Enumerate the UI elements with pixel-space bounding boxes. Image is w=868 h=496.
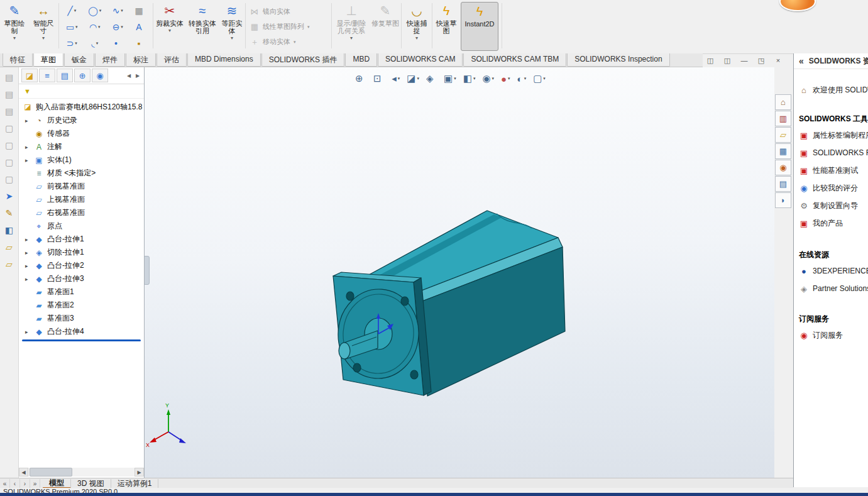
command-tab[interactable]: 焊件 <box>95 53 125 67</box>
view-toolbar-button[interactable]: ▢ ▾ <box>533 73 546 84</box>
tree-item[interactable]: ▸ ▱ 上视基准面 <box>19 193 144 206</box>
welcome-link[interactable]: ⌂ 欢迎使用 SOLIDWORKS <box>794 81 868 99</box>
tree-item[interactable]: ▸ ◆ 凸台-拉伸4 <box>19 325 144 338</box>
tree-item[interactable]: ▸ ▰ 基准面2 <box>19 299 144 312</box>
tree-item[interactable]: ▸ ▰ 基准面1 <box>19 285 144 299</box>
task-pane-link[interactable]: ◈ Partner Solutions <box>794 280 868 297</box>
command-tab[interactable]: 草图 <box>33 53 63 67</box>
command-tab[interactable]: 特征 <box>3 53 33 67</box>
sketch-entity-button[interactable]: ▦ ▾ <box>129 3 153 19</box>
left-toolbar-button[interactable]: ➤ <box>6 191 13 201</box>
tree-item[interactable]: ▸ ◆ 凸台-拉伸2 <box>19 259 144 272</box>
document-tab[interactable]: 3D 视图 <box>71 479 111 488</box>
task-pane-tab[interactable]: ▱ <box>775 127 791 143</box>
quick-snaps-button[interactable]: ◡ 快速捕捉 ▾ <box>404 2 430 51</box>
tree-item[interactable]: ▸ A 注解 <box>19 140 144 153</box>
view-toolbar-button[interactable]: ● ▾ <box>501 74 510 84</box>
command-tab[interactable]: SOLIDWORKS CAM TBM <box>463 53 566 67</box>
bolt-hole[interactable] <box>346 292 354 300</box>
tab-scroll-button[interactable]: › <box>20 479 30 488</box>
view-toolbar-button[interactable]: ⊕ ▾ <box>355 73 366 84</box>
tree-root-item[interactable]: ◪ 购入品雷赛电机86HS120轴15.8 <box>19 100 144 114</box>
bolt-hole[interactable] <box>410 370 418 379</box>
tree-item[interactable]: ▸ ◆ 凸台-拉伸3 <box>19 272 144 285</box>
rapid-sketch-button[interactable]: ϟ 快速草图 <box>434 2 458 51</box>
task-pane-link[interactable]: ▣ SOLIDWORKS Rx <box>794 144 868 162</box>
left-toolbar-button[interactable]: ▤ <box>5 89 13 99</box>
task-pane-link[interactable]: ⚙ 复制设置向导 <box>794 197 868 214</box>
left-toolbar-button[interactable]: ▱ <box>6 242 13 252</box>
expand-arrow-icon[interactable]: ▸ <box>25 118 31 124</box>
expand-arrow-icon[interactable]: ▸ <box>25 263 31 269</box>
expand-arrow-icon[interactable]: ▸ <box>25 329 31 335</box>
tree-item[interactable]: ▸ ⌖ 原点 <box>19 219 144 233</box>
display-delete-relations-button[interactable]: ⊥ 显示/删除几何关系 ▾ <box>334 2 369 51</box>
expand-arrow-icon[interactable]: ▸ <box>25 276 31 282</box>
command-tab[interactable]: SOLIDWORKS Inspection <box>567 53 669 67</box>
expand-arrow-icon[interactable]: ▸ <box>25 236 31 243</box>
view-toolbar-button[interactable]: ◧ ▾ <box>463 73 476 84</box>
task-pane-link[interactable]: ● 3DEXPERIENCE Marketplace <box>794 262 868 280</box>
task-pane-tab[interactable]: ◉ <box>775 160 791 175</box>
tab-scroll-button[interactable]: » <box>30 479 40 488</box>
task-pane-link[interactable]: ▣ 我的产品 <box>794 214 868 232</box>
document-tab[interactable]: 运动算例1 <box>111 479 159 488</box>
left-toolbar-button[interactable]: ▢ <box>5 140 13 150</box>
command-tab[interactable]: MBD <box>345 53 377 67</box>
sketch-entity-button[interactable]: ∿ ▾ <box>106 3 129 19</box>
tree-item[interactable]: ▸ ◈ 切除-拉伸1 <box>19 246 144 259</box>
task-pane-link[interactable]: ▣ 属性标签编制程序 <box>794 126 868 144</box>
left-toolbar-button[interactable]: ▤ <box>5 106 13 116</box>
panel-tab[interactable]: ≡ <box>39 69 55 82</box>
scrollbar-thumb[interactable] <box>30 468 72 477</box>
sketch-entity-button[interactable]: ◠ ▾ <box>84 19 107 35</box>
command-tab[interactable]: 评估 <box>157 53 187 67</box>
window-control-button[interactable]: × <box>772 55 784 65</box>
left-toolbar-button[interactable]: ◧ <box>5 225 13 235</box>
motor-model[interactable]: X Y <box>145 67 774 478</box>
window-control-button[interactable]: ◫ <box>704 55 717 65</box>
filter-icon[interactable]: ▼ <box>24 87 31 95</box>
left-toolbar-button[interactable]: ✎ <box>6 208 13 218</box>
task-pane-tab[interactable]: ▦ <box>775 143 791 159</box>
bolt-hole[interactable] <box>401 297 409 306</box>
window-control-button[interactable]: ◳ <box>755 55 767 65</box>
tree-item[interactable]: ▸ ▱ 右视基准面 <box>19 206 144 219</box>
view-toolbar-button[interactable]: ▣ ▾ <box>444 73 456 84</box>
sketch-entity-button[interactable]: • ▾ <box>106 35 129 52</box>
expand-arrow-icon[interactable]: ▸ <box>25 250 31 256</box>
document-tab[interactable]: 模型 <box>43 479 71 488</box>
panel-tab[interactable]: ⊕ <box>74 69 91 82</box>
view-toolbar-button[interactable]: ◐ ▾ <box>517 74 527 84</box>
command-tab[interactable]: MBD Dimensions <box>187 53 261 67</box>
tree-item[interactable]: ▸ ▣ 实体(1) <box>19 153 144 167</box>
expand-arrow-icon[interactable]: ▸ <box>25 144 31 150</box>
task-pane-tab[interactable]: ▥ <box>775 111 791 126</box>
window-control-button[interactable]: — <box>738 55 750 65</box>
motor-shaft-end[interactable] <box>339 343 350 359</box>
repair-sketch-button[interactable]: ✎ 修复草图 <box>371 2 400 51</box>
left-toolbar-button[interactable]: ▢ <box>5 157 13 167</box>
scroll-right-button[interactable]: ▶ <box>135 468 144 477</box>
smart-dimension-button[interactable]: ↔ 智能尺寸 ▾ <box>30 2 57 51</box>
tree-item[interactable]: ▸ ◔ 历史记录 <box>19 114 144 127</box>
tree-item[interactable]: ▸ ≡ 材质 <未指定> <box>19 167 144 180</box>
tree-item[interactable]: ▸ ◉ 传感器 <box>19 127 144 140</box>
panel-splitter-handle[interactable] <box>145 256 150 285</box>
view-toolbar-button[interactable]: ◂ ▾ <box>392 73 400 84</box>
panel-tab[interactable]: ▤ <box>57 69 73 82</box>
task-pane-tab[interactable]: ◗ <box>775 192 791 208</box>
tree-item[interactable]: ▸ ▰ 基准面3 <box>19 312 144 325</box>
sketch-entity-button[interactable]: ▪ ▾ <box>129 35 153 52</box>
mirror-entities-button[interactable]: ⋈ 镜向实体 <box>246 4 329 19</box>
window-control-button[interactable]: ◫ <box>721 55 733 65</box>
move-entities-button[interactable]: ＋ 移动实体 ▾ <box>246 35 329 49</box>
sketch-entity-button[interactable]: ◯ ▾ <box>84 3 107 19</box>
panel-tab-left-arrow[interactable]: ◀ <box>125 73 133 79</box>
instant2d-button[interactable]: ϟ Instant2D <box>461 2 498 51</box>
command-tab[interactable]: 标注 <box>126 53 156 67</box>
sketch-entity-button[interactable]: A ▾ <box>129 19 153 35</box>
graphics-viewport[interactable]: ⊕ ▾ ⊡ ▾ ◂ ▾ ◪ ▾ ◈ ▾ ▣ <box>145 67 774 478</box>
sketch-entity-button[interactable]: ⊖ ▾ <box>106 19 129 35</box>
convert-entities-button[interactable]: ≈ 转换实体引用 <box>186 2 219 51</box>
